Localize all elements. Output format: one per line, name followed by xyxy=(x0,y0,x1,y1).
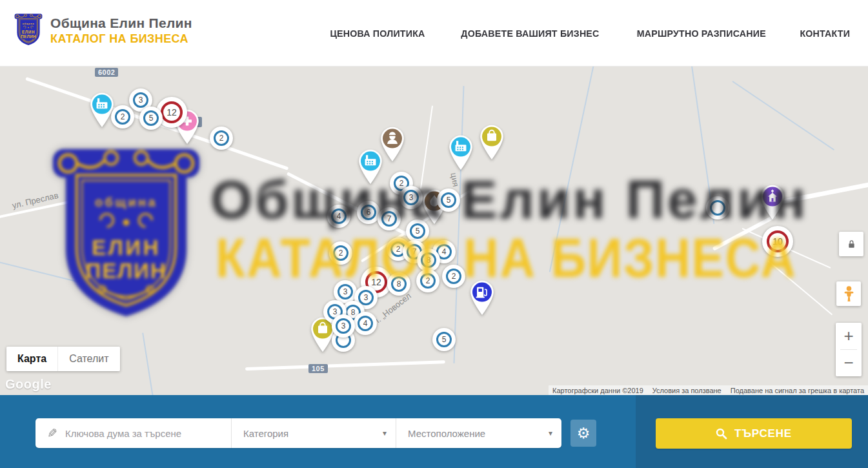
municipality-emblem-icon: община ЕЛИН ПЕЛИН xyxy=(14,12,43,49)
street-label: ция xyxy=(449,172,461,187)
map-cluster[interactable]: 2 xyxy=(210,127,233,150)
map-cluster[interactable]: 3 xyxy=(399,186,423,209)
keyword-search-input[interactable] xyxy=(65,428,223,439)
map-copyright: Картографски данни ©2019 xyxy=(552,387,643,394)
advanced-settings-button[interactable]: ⚙ xyxy=(570,420,596,447)
svg-text:ПЕЛИН: ПЕЛИН xyxy=(86,259,167,283)
shopping-bag-pin-icon[interactable] xyxy=(477,123,507,161)
map-cluster[interactable]: 8 xyxy=(387,272,410,296)
map-cluster[interactable]: 2 xyxy=(442,265,465,288)
map-stream xyxy=(549,66,595,272)
svg-text:община: община xyxy=(95,195,157,209)
search-box: ✎ Категория ▾ Местоположение ▾ xyxy=(35,418,561,448)
map-road xyxy=(767,260,833,315)
gear-icon: ⚙ xyxy=(577,426,590,441)
site-header: община ЕЛИН ПЕЛИН Община Елин Пелин КАТА… xyxy=(0,0,868,66)
search-bar: ✎ Категория ▾ Местоположение ▾ ⚙ ТЪРСЕНЕ xyxy=(0,395,868,468)
map-type-control: Карта Сателит xyxy=(6,347,120,371)
map-cluster[interactable]: 5 xyxy=(437,188,460,212)
map-canvas[interactable]: 6002 105 ул. Преслав бул. „Новосел ция 3… xyxy=(0,66,868,395)
factory-pin-icon[interactable] xyxy=(356,148,385,185)
pegman-icon xyxy=(843,285,855,302)
keyword-field-wrap: ✎ xyxy=(35,418,231,448)
map-cluster[interactable]: 7 xyxy=(378,207,401,230)
church-pin-icon[interactable] xyxy=(758,183,787,221)
chevron-down-icon: ▾ xyxy=(383,429,387,438)
map-stream xyxy=(0,260,88,285)
factory-pin-icon[interactable] xyxy=(446,134,476,171)
nav-item-route-schedule[interactable]: МАРШРУТНО РАЗПИСАНИЕ xyxy=(637,28,766,39)
map-type-map-button[interactable]: Карта xyxy=(6,347,57,371)
map-attribution: Картографски данни ©2019 Условия за полз… xyxy=(549,385,868,395)
zoom-out-button[interactable]: − xyxy=(836,350,862,376)
map-road xyxy=(245,360,445,371)
map-stream xyxy=(453,86,464,363)
pencil-icon: ✎ xyxy=(47,426,57,441)
map-cluster[interactable]: 6 xyxy=(357,201,380,224)
watermark-emblem: община ЕЛИН ПЕЛИН xyxy=(50,141,202,334)
map-cluster[interactable]: 2 xyxy=(111,105,134,128)
nav-item-contacts[interactable]: КОНТАКТИ xyxy=(800,28,850,39)
svg-text:ЕЛИН: ЕЛИН xyxy=(92,236,161,259)
map-cluster[interactable]: 2 xyxy=(329,241,352,265)
map-cluster[interactable]: 10 xyxy=(762,226,793,257)
nav-item-add-business[interactable]: ДОБАВЕТЕ ВАШИЯТ БИЗНЕС xyxy=(461,28,599,39)
map-cluster[interactable]: 5 xyxy=(432,328,456,351)
nav-item-pricing[interactable]: ЦЕНОВА ПОЛИТИКА xyxy=(330,28,425,39)
search-icon xyxy=(716,428,727,440)
map-cluster[interactable]: 5 xyxy=(139,107,163,130)
location-dropdown-label: Местоположение xyxy=(408,428,485,439)
lock-icon xyxy=(847,239,856,249)
category-dropdown[interactable]: Категория ▾ xyxy=(231,418,396,448)
map-cluster[interactable]: 3 xyxy=(332,314,355,338)
map-cluster[interactable] xyxy=(706,196,729,219)
chevron-down-icon: ▾ xyxy=(549,429,552,438)
search-submit-button[interactable]: ТЪРСЕНЕ xyxy=(656,418,852,449)
map-stream xyxy=(142,332,154,395)
map-stream xyxy=(732,81,834,150)
map-cluster[interactable]: 2 xyxy=(416,269,439,292)
fuel-pump-pin-icon[interactable] xyxy=(467,279,497,316)
site-logo[interactable]: община ЕЛИН ПЕЛИН Община Елин Пелин КАТА… xyxy=(14,12,192,49)
pegman-button[interactable] xyxy=(836,281,861,306)
category-dropdown-label: Категория xyxy=(243,428,288,439)
map-cluster[interactable]: 4 xyxy=(354,312,377,335)
zoom-control: + − xyxy=(836,323,862,376)
road-badge: 6002 xyxy=(95,68,118,77)
terms-link[interactable]: Условия за ползване xyxy=(652,387,722,394)
watermark-subtitle: КАТАЛОГ НА БИЗНЕСА xyxy=(216,226,797,290)
main-nav: ЦЕНОВА ПОЛИТИКА ДОБАВЕТЕ ВАШИЯТ БИЗНЕС М… xyxy=(326,0,852,66)
report-error-link[interactable]: Подаване на сигнал за грешка в картата xyxy=(731,387,864,394)
map-cluster[interactable]: 5 xyxy=(406,219,429,243)
lock-button[interactable] xyxy=(839,232,863,256)
zoom-in-button[interactable]: + xyxy=(836,323,862,349)
svg-text:ЕЛИН: ЕЛИН xyxy=(22,30,35,34)
location-dropdown[interactable]: Местоположение ▾ xyxy=(396,418,561,448)
map-cluster[interactable]: 8 xyxy=(417,249,440,272)
search-button-label: ТЪРСЕНЕ xyxy=(734,427,792,440)
svg-text:ПЕЛИН: ПЕЛИН xyxy=(21,34,36,39)
brand-title: Община Елин Пелин xyxy=(50,15,192,31)
map-type-satellite-button[interactable]: Сателит xyxy=(57,347,119,371)
google-logo[interactable]: Google xyxy=(5,377,52,392)
brand-subtitle: КАТАЛОГ НА БИЗНЕСА xyxy=(50,32,192,46)
svg-text:община: община xyxy=(23,23,35,25)
map-road xyxy=(420,105,433,188)
road-badge: 105 xyxy=(308,364,328,373)
map-cluster[interactable]: 4 xyxy=(327,205,350,228)
